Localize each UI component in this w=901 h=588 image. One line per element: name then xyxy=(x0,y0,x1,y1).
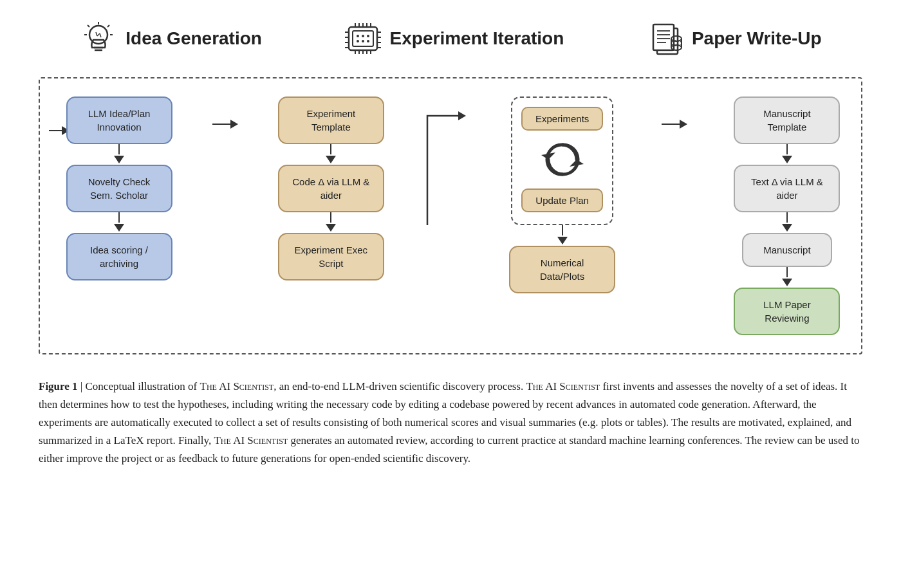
svg-point-14 xyxy=(362,35,364,37)
svg-point-18 xyxy=(367,40,369,42)
box-manuscript-template: Manuscript Template xyxy=(734,96,840,144)
diagram-container: LLM Idea/Plan Innovation Novelty Check S… xyxy=(39,77,862,354)
svg-line-9 xyxy=(97,33,100,36)
figure-label: Figure 1 xyxy=(39,380,78,392)
box-exp-exec: Experiment Exec Script xyxy=(278,233,384,280)
svg-line-8 xyxy=(96,32,97,36)
box-idea-scoring: Idea scoring / archiving xyxy=(66,233,172,280)
box-novelty-check: Novelty Check Sem. Scholar xyxy=(66,165,172,212)
ai-scientist-ref-1: The AI Scientist xyxy=(200,380,274,392)
paper-stack-icon xyxy=(646,19,684,58)
ai-scientist-ref-3: The AI Scientist xyxy=(214,434,288,446)
experiments-dashed-box: Experiments Update Plan xyxy=(511,96,613,225)
arrow-exp-template-to-code xyxy=(326,144,336,165)
svg-rect-12 xyxy=(353,31,373,46)
header-paper-writeup: Paper Write-Up xyxy=(646,19,822,58)
box-code-delta: Code Δ via LLM & aider xyxy=(278,165,384,212)
lightbulb-icon xyxy=(79,19,118,58)
svg-line-5 xyxy=(88,25,89,27)
box-text-delta: Text Δ via LLM & aider xyxy=(734,165,840,212)
svg-point-13 xyxy=(357,35,359,37)
svg-point-17 xyxy=(362,40,364,42)
arrow-textdelta-to-manuscript xyxy=(782,212,792,233)
idea-generation-title: Idea Generation xyxy=(125,28,262,49)
arrow-llm-to-novelty xyxy=(114,144,124,165)
refresh-icon xyxy=(540,137,585,182)
col-idea-generation: LLM Idea/Plan Innovation Novelty Check S… xyxy=(64,96,174,280)
col-experiment: Experiment Template Code Δ via LLM & aid… xyxy=(276,96,385,280)
header-experiment-iteration: Experiment Iteration xyxy=(344,19,564,58)
box-llm-idea: LLM Idea/Plan Innovation xyxy=(66,96,172,144)
svg-line-4 xyxy=(107,25,109,27)
arrow-update-to-numerical xyxy=(557,225,568,246)
box-exp-template: Experiment Template xyxy=(278,96,384,144)
arrow-novelty-to-scoring xyxy=(114,212,124,233)
paper-writeup-title: Paper Write-Up xyxy=(692,28,822,49)
box-experiments: Experiments xyxy=(521,107,603,131)
svg-marker-48 xyxy=(458,111,466,120)
arrow-col1-to-col2 xyxy=(209,96,241,129)
col-experiments: Experiments Update Plan Numerical Data/P… xyxy=(501,96,624,293)
arrow-col2-to-col3 xyxy=(421,96,466,238)
svg-point-16 xyxy=(357,40,359,42)
svg-point-15 xyxy=(367,35,369,37)
figure-caption: Figure 1 | Conceptual illustration of Th… xyxy=(39,378,862,468)
arrow-col3-to-col4 xyxy=(658,96,691,129)
experiment-iteration-title: Experiment Iteration xyxy=(390,28,564,49)
header-row: Idea Generation xyxy=(39,19,862,58)
arrow-manuscript-to-llm-review xyxy=(782,267,792,288)
box-numerical-data: Numerical Data/Plots xyxy=(509,246,615,293)
box-manuscript: Manuscript xyxy=(742,233,832,267)
ai-scientist-ref-2: The AI Scientist xyxy=(526,380,600,392)
gear-processor-icon xyxy=(344,19,382,58)
box-update-plan: Update Plan xyxy=(521,188,603,212)
arrow-manuscript-to-textdelta xyxy=(782,144,792,165)
arrow-code-to-exec xyxy=(326,212,336,233)
box-llm-paper-reviewing: LLM Paper Reviewing xyxy=(734,288,840,335)
header-idea-generation: Idea Generation xyxy=(79,19,262,58)
col-paper-writeup: Manuscript Template Text Δ via LLM & aid… xyxy=(726,96,848,335)
svg-line-10 xyxy=(100,33,101,37)
